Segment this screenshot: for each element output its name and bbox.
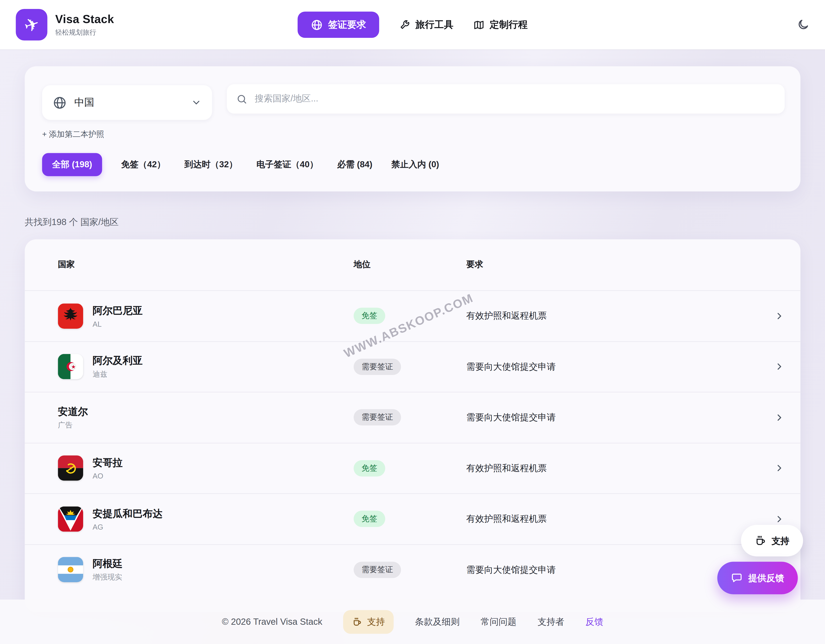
country-name: 阿根廷 — [93, 557, 122, 571]
algeria-flag-icon — [58, 354, 83, 379]
nav-item-custom-itinerary[interactable]: 定制行程 — [473, 18, 528, 31]
filter-card: 中国 + 添加第二本护照 全部 (198) 免签（42） 到达时（32） 电子签… — [25, 66, 800, 191]
chevron-right-icon — [763, 463, 785, 473]
globe-icon — [311, 18, 323, 31]
table-row[interactable]: 阿尔及利亚 迪兹 需要签证 需要向大使馆提交申请 — [25, 341, 800, 392]
top-header: ✈ Visa Stack 轻松规划旅行 签证要求 旅行工具 定制行程 — [0, 0, 825, 49]
app-window: ✈ Visa Stack 轻松规划旅行 签证要求 旅行工具 定制行程 — [0, 0, 825, 644]
support-label: 支持 — [771, 535, 789, 547]
table-header-row: 国家 地位 要求 — [25, 239, 800, 290]
main-nav: 签证要求 旅行工具 定制行程 — [298, 12, 527, 38]
antigua-and-barbuda-flag-icon — [58, 506, 83, 532]
country-cell: 安提瓜和巴布达 AG — [58, 506, 354, 532]
status-cell: 需要签证 — [354, 359, 466, 375]
feedback-label: 提供反馈 — [748, 572, 784, 584]
chevron-right-icon — [763, 514, 785, 524]
status-cell: 免签 — [354, 460, 466, 476]
status-badge: 需要签证 — [354, 359, 401, 375]
angola-flag-icon — [58, 456, 83, 481]
coffee-icon — [352, 617, 362, 627]
tab-all[interactable]: 全部 (198) — [42, 153, 102, 176]
chat-bubble-icon — [731, 572, 743, 584]
requirement-text: 有效护照和返程机票 — [466, 513, 763, 525]
passport-select[interactable]: 中国 — [42, 85, 212, 120]
page-background: 中国 + 添加第二本护照 全部 (198) 免签（42） 到达时（32） 电子签… — [0, 49, 825, 644]
country-code: 迪兹 — [93, 370, 142, 379]
albania-flag-icon — [58, 304, 83, 329]
country-code: AO — [93, 472, 122, 480]
results-count: 共找到198 个 国家/地区 — [25, 216, 119, 228]
add-second-passport-link[interactable]: + 添加第二本护照 — [42, 129, 104, 140]
passport-selected-value: 中国 — [74, 96, 94, 109]
theme-toggle-button[interactable] — [797, 18, 809, 31]
footer: © 2026 Travel Visa Stack 支持 条款及细则 常问问题 支… — [0, 600, 825, 644]
requirement-text: 需要向大使馆提交申请 — [466, 361, 763, 373]
status-cell: 免签 — [354, 308, 466, 324]
table-row[interactable]: 阿尔巴尼亚 AL 免签 有效护照和返程机票 — [25, 290, 800, 341]
status-cell: 需要签证 — [354, 409, 466, 426]
country-cell: 阿尔巴尼亚 AL — [58, 304, 354, 329]
table-row[interactable]: 阿根廷 增强现实 需要签证 需要向大使馆提交申请 — [25, 544, 800, 595]
nav-item-visa-requirements[interactable]: 签证要求 — [298, 12, 379, 38]
status-cell: 需要签证 — [354, 562, 466, 578]
footer-link-terms[interactable]: 条款及细则 — [415, 616, 460, 628]
moon-icon — [797, 18, 809, 31]
status-badge: 需要签证 — [354, 562, 401, 578]
country-code: 广告 — [58, 421, 88, 430]
nav-item-travel-tools[interactable]: 旅行工具 — [399, 18, 453, 31]
table-body: 阿尔巴尼亚 AL 免签 有效护照和返程机票 阿尔及利亚 迪兹 需要签证 需要向大… — [25, 290, 800, 595]
globe-icon — [53, 96, 67, 109]
country-cell: 安道尔 广告 — [58, 405, 354, 430]
table-row[interactable]: 安道尔 广告 需要签证 需要向大使馆提交申请 — [25, 392, 800, 443]
status-badge: 免签 — [354, 308, 385, 324]
wrench-icon — [399, 19, 410, 30]
footer-support-link[interactable]: 支持 — [343, 610, 394, 634]
argentina-flag-icon — [58, 557, 83, 582]
tab-required[interactable]: 必需 (84) — [337, 159, 372, 170]
map-icon — [473, 19, 484, 30]
feedback-floating-button[interactable]: 提供反馈 — [717, 562, 798, 594]
chevron-right-icon — [763, 412, 785, 423]
brand-block: Visa Stack 轻松规划旅行 — [56, 12, 114, 37]
country-cell: 阿根廷 增强现实 — [58, 557, 354, 582]
search-box — [227, 84, 785, 114]
chevron-down-icon — [191, 97, 202, 108]
support-floating-button[interactable]: 支持 — [741, 525, 803, 556]
app-tagline: 轻松规划旅行 — [56, 28, 114, 37]
country-name: 阿尔巴尼亚 — [93, 304, 142, 317]
coffee-icon — [755, 535, 766, 547]
country-name: 安哥拉 — [93, 456, 122, 470]
footer-support-label: 支持 — [367, 616, 385, 628]
country-cell: 安哥拉 AO — [58, 456, 354, 481]
status-badge: 需要签证 — [354, 409, 401, 426]
footer-link-supporters[interactable]: 支持者 — [538, 616, 564, 628]
status-badge: 免签 — [354, 460, 385, 476]
tab-on-arrival[interactable]: 到达时（32） — [184, 159, 238, 170]
app-title: Visa Stack — [56, 12, 114, 26]
status-filter-tabs: 全部 (198) 免签（42） 到达时（32） 电子签证（40） 必需 (84)… — [42, 153, 439, 176]
requirement-text: 有效护照和返程机票 — [466, 462, 763, 474]
nav-label: 签证要求 — [328, 18, 366, 31]
country-code: AG — [93, 522, 162, 531]
column-header-country: 国家 — [58, 259, 354, 270]
footer-link-faq[interactable]: 常问问题 — [480, 616, 516, 628]
copyright-text: © 2026 Travel Visa Stack — [222, 617, 322, 627]
footer-link-feedback[interactable]: 反馈 — [586, 616, 603, 628]
airplane-icon: ✈ — [22, 14, 42, 35]
search-icon — [236, 93, 247, 104]
table-row[interactable]: 安提瓜和巴布达 AG 免签 有效护照和返程机票 — [25, 493, 800, 544]
column-header-requirement: 要求 — [466, 259, 763, 270]
status-cell: 免签 — [354, 511, 466, 527]
table-row[interactable]: 安哥拉 AO 免签 有效护照和返程机票 — [25, 442, 800, 493]
tab-evisa[interactable]: 电子签证（40） — [256, 159, 318, 170]
nav-label: 定制行程 — [490, 18, 527, 31]
country-code: AL — [93, 319, 142, 328]
country-code: 增强现实 — [93, 573, 122, 582]
chevron-right-icon — [763, 311, 785, 321]
requirement-text: 有效护照和返程机票 — [466, 310, 763, 322]
tab-visa-free[interactable]: 免签（42） — [121, 159, 165, 170]
tab-no-entry[interactable]: 禁止入内 (0) — [391, 159, 439, 170]
search-input[interactable] — [253, 93, 775, 105]
requirement-text: 需要向大使馆提交申请 — [466, 411, 763, 424]
country-cell: 阿尔及利亚 迪兹 — [58, 354, 354, 379]
